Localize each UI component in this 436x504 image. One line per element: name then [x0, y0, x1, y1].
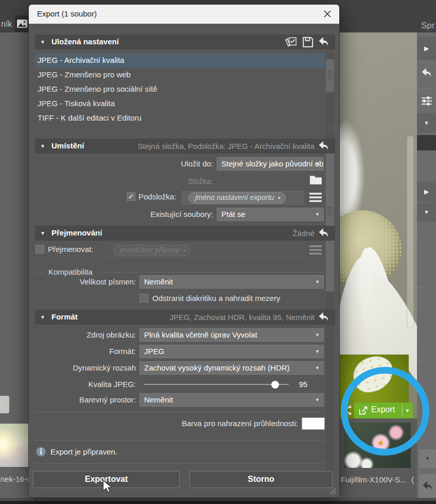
section-saved-settings[interactable]: ▼ Uložená nastavení — [35, 35, 335, 49]
format-dropdown[interactable]: JPEG ▼ — [139, 345, 324, 358]
save-to-dropdown[interactable]: Stejné složky jako původní obrázek ▼ — [217, 157, 324, 171]
chevron-down-icon: ▼ — [315, 333, 320, 338]
preset-item[interactable]: TIFF - K další editaci v Editoru — [38, 111, 142, 125]
sidebar-divider — [418, 62, 435, 63]
status-text: Export je připraven. — [50, 447, 117, 456]
undo-icon[interactable] — [318, 36, 330, 47]
list-scrollbar-thumb[interactable] — [326, 59, 334, 92]
format-label: Formát: — [33, 345, 136, 358]
cancel-button[interactable]: Storno — [189, 471, 333, 488]
sidebar-collapse-button[interactable]: ▼ — [417, 203, 436, 222]
preset-item[interactable]: JPEG - Tisková kvalita — [38, 96, 115, 111]
existing-files-dropdown[interactable]: Ptát se ▼ — [217, 208, 324, 221]
folder-label: Složka: — [106, 175, 213, 188]
browse-folder-button[interactable] — [309, 175, 322, 188]
undo-icon — [421, 67, 433, 78]
chevron-down-icon[interactable]: ▼ — [40, 314, 45, 320]
sidebar-collapse-button[interactable]: ▼ — [419, 449, 436, 468]
browser-tab-label[interactable]: ník — [1, 20, 12, 29]
transparency-label: Barva pro nahrazení průhlednosti: — [106, 417, 298, 430]
chevron-down-icon: ▼ — [277, 196, 281, 200]
quality-slider-thumb[interactable] — [271, 381, 279, 389]
subfolder-label: Podsložka: — [138, 192, 176, 201]
close-icon[interactable] — [324, 10, 331, 18]
quality-slider-track[interactable] — [144, 384, 289, 385]
filmstrip-caption-cut: ( — [411, 475, 414, 484]
rename-checkbox[interactable] — [36, 245, 44, 254]
save-icon[interactable] — [302, 36, 313, 48]
section-format[interactable]: ▼ Formát JPEG, Zachovat HDR, kvalita 95,… — [35, 310, 335, 325]
info-icon — [36, 447, 46, 457]
divider — [34, 463, 325, 464]
apply-preset-icon[interactable] — [285, 36, 297, 48]
section-rename[interactable]: ▼ Přejmenování Žádné — [35, 226, 335, 241]
preset-item[interactable]: JPEG - Zmenšeno pro web — [38, 68, 131, 82]
dialog-title: Export (1 soubor) — [37, 9, 97, 18]
preset-item[interactable]: JPEG - Zmenšeno pro sociální sítě — [38, 82, 158, 96]
source-dropdown[interactable]: Plná kvalita včetně úprav Vyvolat ▼ — [139, 328, 324, 342]
image-tab[interactable] — [15, 15, 29, 32]
section-location[interactable]: ▼ Umístění Stejná složka, Podsložka: JPE… — [35, 139, 335, 154]
quality-value: 95 — [295, 378, 311, 391]
dialog-titlebar[interactable]: Export (1 soubor) — [29, 5, 339, 24]
sidebar-expand-button[interactable]: ▶ — [417, 37, 436, 60]
dynamic-range-label: Dynamický rozsah — [33, 361, 136, 375]
chevron-down-icon[interactable]: ▼ — [40, 39, 45, 45]
subfolder-checkbox[interactable]: ✓ — [127, 192, 135, 201]
preset-item-selected[interactable]: JPEG - Archivační kvalita — [35, 53, 325, 68]
chevron-down-icon[interactable]: ▼ — [40, 230, 45, 236]
source-label: Zdroj obrázku: — [33, 328, 136, 342]
group-divider — [36, 272, 45, 273]
export-dialog: Export (1 soubor) ▼ Uložená nastavení JP… — [28, 4, 340, 498]
transparency-color-swatch[interactable] — [302, 417, 325, 430]
sidebar-undo-button[interactable] — [421, 67, 433, 80]
group-divider — [102, 272, 325, 273]
picture-icon — [16, 19, 28, 28]
chevron-down-icon: ▼ — [182, 249, 186, 253]
section-summary: Stejná složka, Podsložka: JPEG - Archiva… — [138, 142, 315, 150]
resize-grip[interactable] — [329, 488, 336, 495]
chevron-down-icon: ▼ — [315, 366, 320, 371]
dialog-scrollbar-thumb[interactable] — [326, 149, 334, 292]
subfolder-menu-button[interactable] — [309, 192, 322, 205]
diacritics-label: Odstranit diakritiku a nahradit mezery — [152, 294, 280, 303]
sidebar-adjustments-button[interactable] — [421, 95, 433, 109]
annotation-circle — [341, 367, 429, 456]
bottom-strip-dark — [0, 501, 436, 504]
left-thumbnail-caption: nek-16-v — [1, 475, 30, 483]
sidebar-divider — [418, 287, 427, 288]
chevron-down-icon: ▼ — [315, 212, 320, 217]
sidebar-expand-button[interactable]: ▶ — [417, 181, 436, 202]
mouse-cursor — [102, 480, 112, 493]
hamburger-icon — [309, 245, 322, 255]
colorspace-label: Barevný prostor: — [33, 393, 136, 407]
app-window: ník Spr Fuijifilm-X100V-S... ( — [0, 0, 436, 504]
dynamic-range-dropdown[interactable]: Zachovat vysoký dynamický rozsah (HDR) ▼ — [139, 361, 324, 375]
undo-icon[interactable] — [318, 227, 330, 239]
undo-icon[interactable] — [318, 311, 330, 323]
divider — [34, 412, 325, 412]
left-thumbnail[interactable] — [0, 424, 28, 467]
chevron-down-icon: ▼ — [315, 349, 320, 354]
subfolder-token-dropdown[interactable]: jméno nastavení exportu ▼ — [188, 192, 286, 204]
photo-preview — [339, 32, 417, 418]
hamburger-icon — [309, 192, 322, 203]
sliders-icon — [421, 95, 433, 107]
scrollbar-grip — [327, 207, 333, 216]
save-to-label: Uložit do: — [106, 157, 213, 171]
folder-icon — [309, 175, 322, 186]
diacritics-checkbox[interactable] — [139, 294, 148, 303]
filmstrip-caption: Fuijifilm-X100V-S... — [341, 475, 409, 484]
manager-tab-label[interactable]: Spr — [421, 21, 434, 31]
sidebar-undo-button[interactable] — [419, 474, 436, 498]
chevron-down-icon[interactable]: ▼ — [40, 143, 45, 149]
undo-icon[interactable] — [318, 140, 330, 152]
case-dropdown[interactable]: Neměnit ▼ — [139, 275, 324, 289]
rename-token-dropdown: jméno bez přípony ▼ — [113, 245, 191, 256]
scrollbar-grip — [327, 71, 333, 80]
colorspace-dropdown[interactable]: Neměnit ▼ — [139, 393, 324, 407]
section-summary: Žádné — [292, 229, 315, 238]
sidebar-collapse-button[interactable]: ▼ — [417, 113, 436, 133]
section-title: Formát — [51, 312, 78, 321]
pane-scrollbar[interactable] — [407, 136, 414, 328]
